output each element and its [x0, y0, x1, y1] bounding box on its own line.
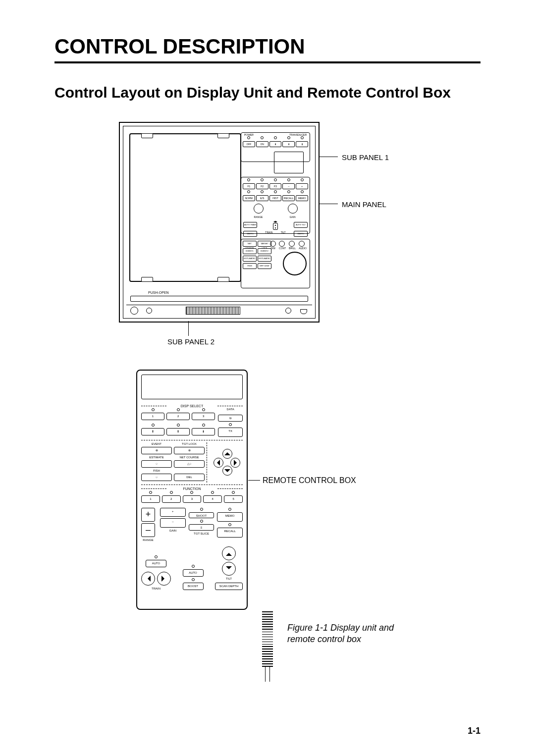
func-2-button[interactable]: 2 — [162, 495, 181, 503]
xdcr-mid-button[interactable]: ⬆ — [166, 428, 190, 435]
tgt-lock-button[interactable]: ⊕ — [174, 447, 205, 454]
event2-button[interactable]: EVENT2 — [258, 248, 271, 254]
on-button[interactable]: ON — [256, 141, 268, 147]
led-icon — [282, 178, 295, 182]
range-dial[interactable] — [254, 204, 264, 214]
disp-1-button[interactable]: 1 — [141, 413, 164, 420]
boost-button[interactable]: BOOST — [183, 583, 204, 590]
xdcr-up-button[interactable]: ⬆ — [141, 428, 164, 435]
f1-button[interactable]: F1 — [243, 183, 255, 189]
memo-button[interactable]: MEMO — [296, 195, 308, 201]
f3-button[interactable]: F3 — [269, 183, 282, 189]
minus-button[interactable]: – — [282, 183, 295, 189]
dim-dial[interactable] — [270, 241, 276, 247]
screen-clip-icon — [217, 133, 229, 138]
tilt-up-button[interactable] — [222, 546, 236, 560]
func-4-button[interactable]: 4 — [203, 495, 222, 503]
memo-button[interactable]: MEMO — [217, 512, 243, 522]
off-cent-button[interactable]: OFF CENT — [258, 263, 271, 269]
plus-button[interactable]: + — [296, 183, 308, 189]
train-label: TRAIN — [152, 587, 160, 590]
led-icon — [296, 178, 308, 182]
auto-train-button[interactable]: AUTO TRAIN — [243, 222, 257, 228]
hist-button[interactable]: HIST — [269, 195, 282, 201]
led-icon — [256, 178, 268, 182]
horizontal-rule — [54, 61, 481, 63]
trackball-knob[interactable] — [283, 252, 307, 275]
led-icon — [155, 555, 158, 558]
xdcr-down-button[interactable]: ⬇ — [296, 141, 308, 147]
led-icon — [224, 491, 243, 494]
remote-dpad[interactable] — [214, 449, 240, 476]
estimate1-button[interactable]: ESTI-MATE1 — [243, 256, 257, 262]
auto-train-button[interactable]: AUTO — [146, 560, 166, 567]
sub-panel-1-window — [274, 152, 304, 173]
auto-tilt-button[interactable]: AUTO TILT — [294, 222, 308, 228]
led-icon — [166, 408, 190, 411]
dpad-down-button[interactable] — [222, 466, 232, 476]
cont-label: CONT — [279, 247, 286, 250]
screen-clip-icon — [141, 133, 153, 138]
f2-button[interactable]: F2 — [256, 183, 268, 189]
led-icon — [243, 190, 255, 194]
gain-minus-button[interactable]: – — [160, 518, 186, 528]
event-button[interactable]: ⊕ — [141, 447, 172, 454]
dpad-right-button[interactable] — [230, 458, 240, 468]
xdcr-up-button[interactable]: ⬆ — [269, 141, 282, 147]
net-course-button[interactable]: NET COURSE — [243, 241, 257, 247]
led-icon — [243, 178, 255, 182]
fish-button[interactable]: FISH — [243, 263, 257, 269]
led-icon — [166, 424, 190, 427]
train-right-button[interactable] — [157, 572, 171, 586]
range-minus-button[interactable]: – — [141, 523, 155, 537]
estimate-button[interactable]: ○ — [141, 460, 172, 468]
led-icon — [203, 491, 222, 494]
audio-dial[interactable] — [299, 241, 305, 247]
fish-label: FISH — [141, 469, 172, 472]
control-column: POWER TRANSDUCER OFF ON — [241, 132, 310, 289]
disp-2-button[interactable]: 2 — [166, 413, 190, 420]
norm-button[interactable]: NORM — [243, 195, 255, 201]
recall-button[interactable]: RECALL — [282, 195, 295, 201]
func-3-button[interactable]: 3 — [183, 495, 202, 503]
vent-icon — [186, 307, 240, 315]
fish-button[interactable]: ○ — [141, 474, 172, 481]
led-icon — [217, 523, 243, 526]
lower-panel: NET COURSE TARGET LOCK DIM CONT BRILL AU… — [241, 239, 310, 288]
range-label: RANGE — [254, 216, 264, 218]
recall-button[interactable]: RECALL — [217, 528, 243, 538]
xdcr-mid-button[interactable]: ⬆ — [282, 141, 295, 147]
func-1-button[interactable]: 1 — [141, 495, 160, 503]
target-lock-button[interactable]: TARGET LOCK — [258, 241, 271, 247]
scan-depth-button[interactable]: SCAN DEPTH — [215, 583, 243, 590]
tilt-down-button[interactable] — [222, 562, 236, 576]
tgt-slice-button[interactable]: ≡ — [189, 524, 214, 531]
width-l-button[interactable]: WIDTH — [243, 231, 257, 237]
disp-3-button[interactable]: 3 — [192, 413, 215, 420]
shoot-button[interactable]: SHOOT — [189, 512, 214, 519]
xdcr-down-button[interactable]: ⬇ — [192, 428, 215, 435]
off-button[interactable]: OFF — [243, 141, 255, 147]
data-button[interactable]: ⧉ — [218, 415, 243, 422]
train-left-button[interactable] — [141, 572, 155, 586]
net-course-button[interactable]: △○ — [174, 460, 205, 468]
func-5-button[interactable]: 5 — [224, 495, 243, 503]
data-label: DATA — [218, 408, 243, 414]
dpad-left-button[interactable] — [214, 458, 223, 468]
brill-dial[interactable] — [289, 241, 295, 247]
range-plus-button[interactable]: + — [141, 508, 155, 522]
cont-dial[interactable] — [279, 241, 285, 247]
display-screen — [129, 133, 241, 282]
event1-button[interactable]: EVENT1 — [243, 248, 257, 254]
gain-dial[interactable] — [288, 204, 298, 214]
gain-plus-button[interactable]: + — [160, 508, 186, 517]
dpad-up-button[interactable] — [222, 449, 232, 459]
width-r-button[interactable]: WIDTH — [294, 231, 308, 237]
del-button[interactable]: DEL — [174, 474, 205, 481]
auto-tilt-button[interactable]: AUTO — [183, 569, 204, 577]
tx-button[interactable]: TX — [218, 428, 243, 437]
sub-panel-1: POWER TRANSDUCER OFF ON — [241, 132, 310, 162]
es-button[interactable]: E/S — [256, 195, 268, 201]
estimate2-button[interactable]: ESTI-MATE2 — [258, 256, 271, 262]
train-arrows-icon: ◀▶ — [273, 220, 277, 223]
